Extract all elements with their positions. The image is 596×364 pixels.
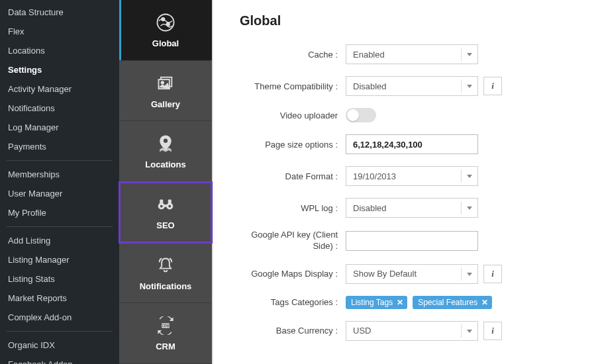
info-button-currency[interactable]: i [483,322,502,340]
tag-listing-tags[interactable]: Listing Tags✕ [346,296,407,309]
iconnav-label: SEO [156,220,174,230]
label-video: Video uploader [240,111,346,120]
iconnav-label: Global [152,38,179,48]
select-gmaps[interactable]: Show By Default [346,264,478,284]
crm-icon: CRM [155,315,176,336]
sidebar-locations[interactable]: Locations [0,41,119,60]
sidebar-listing-manager[interactable]: Listing Manager [0,250,119,269]
select-wpllog[interactable]: Disabled [346,198,478,218]
admin-sidebar: Data Structure Flex Locations Settings A… [0,0,119,364]
input-page-size[interactable] [346,134,478,154]
select-currency[interactable]: USD [346,321,478,341]
sidebar-market-reports[interactable]: Market Reports [0,289,119,308]
iconnav-label: Notifications [140,281,192,291]
iconnav-notifications[interactable]: Notifications [119,243,212,304]
sidebar-settings[interactable]: Settings [0,60,119,79]
settings-iconnav: Global Gallery Locations SEO Notificatio… [119,0,212,364]
label-pagesize: Page size options : [240,140,346,150]
svg-point-0 [158,14,174,30]
pin-icon [155,133,176,154]
sidebar-memberships[interactable]: Memberships [0,165,119,184]
toggle-video-uploader[interactable] [346,108,376,122]
svg-point-12 [168,205,171,207]
sidebar-payments[interactable]: Payments [0,137,119,156]
bell-icon [155,255,176,276]
svg-rect-8 [164,205,168,207]
label-apikey: Google API key (Client Side) : [240,230,346,252]
label-tags: Tags Categories : [240,297,346,307]
sidebar-flex[interactable]: Flex [0,22,119,41]
select-cache[interactable]: Enabled [346,44,478,64]
input-google-api-key[interactable] [346,231,478,251]
select-dateformat[interactable]: 19/10/2013 [346,166,478,186]
svg-point-5 [162,81,164,84]
iconnav-seo[interactable]: SEO [119,182,212,243]
iconnav-label: Gallery [151,99,180,109]
image-icon [155,73,176,94]
sidebar-facebook-addon[interactable]: Facebook Addon [0,355,119,364]
label-currency: Base Currency : [240,326,346,336]
divider [7,331,113,332]
main-panel: Global Cache : Enabled Theme Compatibili… [212,0,596,364]
sidebar-organic-idx[interactable]: Organic IDX [0,336,119,355]
page-title: Global [240,13,570,28]
sidebar-complex-addon[interactable]: Complex Add-on [0,308,119,327]
sidebar-activity-manager[interactable]: Activity Manager [0,79,119,99]
binoculars-icon [155,194,176,215]
iconnav-crm[interactable]: CRM CRM [119,303,212,364]
sidebar-add-listing[interactable]: Add Listing [0,231,119,250]
svg-point-2 [166,22,170,26]
sidebar-data-structure[interactable]: Data Structure [0,3,119,22]
sidebar-user-manager[interactable]: User Manager [0,184,119,203]
divider [7,226,113,227]
close-icon[interactable]: ✕ [397,298,403,307]
close-icon[interactable]: ✕ [481,298,488,307]
sidebar-my-profile[interactable]: My Profile [0,203,119,222]
divider [7,160,113,161]
select-theme[interactable]: Disabled [346,76,478,96]
label-gmaps: Google Maps Display : [240,269,346,279]
svg-rect-10 [168,199,172,203]
iconnav-global[interactable]: Global [119,0,212,61]
label-theme: Theme Compatibility : [240,81,346,91]
svg-point-1 [161,17,165,21]
iconnav-label: CRM [156,341,175,351]
svg-rect-9 [160,199,163,203]
label-wpllog: WPL log : [240,203,346,213]
iconnav-gallery[interactable]: Gallery [119,61,212,122]
globe-icon [155,12,176,33]
svg-point-11 [160,205,163,207]
iconnav-label: Locations [145,159,185,169]
label-cache: Cache : [240,50,346,60]
label-dateformat: Date Format : [240,171,346,181]
sidebar-notifications[interactable]: Notifications [0,99,119,118]
tag-special-features[interactable]: Special Features✕ [413,296,492,309]
sidebar-log-manager[interactable]: Log Manager [0,118,119,137]
info-button-gmaps[interactable]: i [483,265,502,283]
info-button-theme[interactable]: i [483,77,502,95]
svg-text:CRM: CRM [162,324,169,328]
iconnav-locations[interactable]: Locations [119,121,212,182]
sidebar-listing-stats[interactable]: Listing Stats [0,269,119,289]
